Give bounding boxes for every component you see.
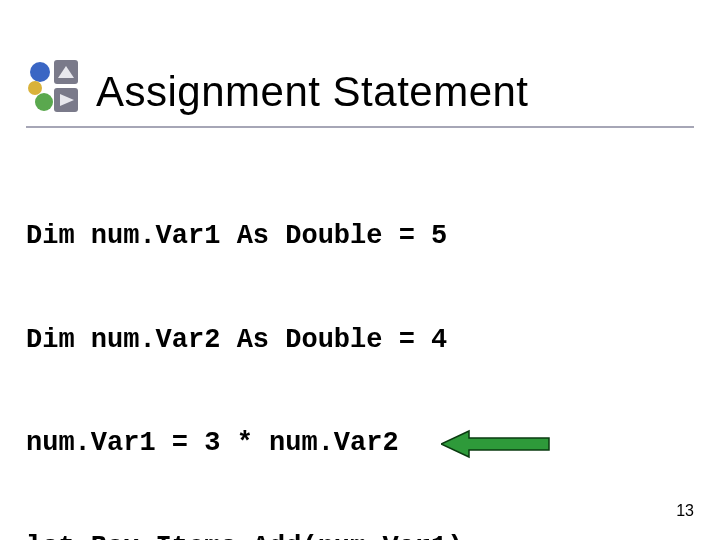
slide-header: Assignment Statement	[0, 0, 720, 118]
code-line-2: Dim num.Var2 As Double = 4	[26, 323, 447, 358]
code-block: Dim num.Var1 As Double = 5 Dim num.Var2 …	[26, 150, 720, 540]
svg-point-6	[35, 93, 53, 111]
code-line-3: num.Var1 = 3 * num.Var2	[26, 426, 399, 461]
code-line-1: Dim num.Var1 As Double = 5	[26, 219, 447, 254]
svg-point-5	[28, 81, 42, 95]
page-number: 13	[676, 502, 694, 520]
svg-point-4	[30, 62, 50, 82]
title-underline	[26, 126, 694, 128]
slide-title: Assignment Statement	[96, 70, 529, 114]
code-line-4: lst.Box.Items.Add(num.Var1)	[26, 530, 463, 540]
slide-logo-icon	[26, 58, 82, 114]
svg-marker-7	[441, 431, 549, 457]
green-left-arrow-icon	[441, 429, 551, 459]
